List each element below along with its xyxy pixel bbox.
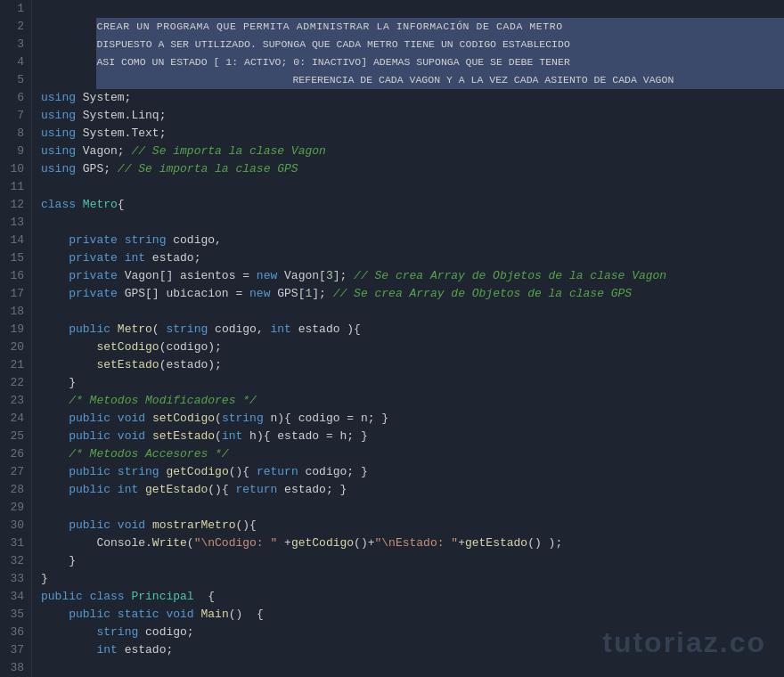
code-line-25: public void setEstado(int h){ estado = h… — [41, 428, 784, 445]
line-num-10: 10 — [7, 160, 24, 178]
line-num-33: 33 — [7, 570, 24, 588]
line-num-16: 16 — [7, 267, 24, 285]
code-line-29 — [41, 499, 784, 517]
line-num-25: 25 — [7, 428, 24, 445]
line-num-3: 3 — [7, 36, 24, 53]
line-num-19: 19 — [7, 321, 24, 338]
line-num-13: 13 — [7, 214, 24, 232]
code-line-9: using Vagon; // Se importa la clase Vago… — [41, 143, 784, 160]
code-line-7: using System.Linq; — [41, 107, 784, 125]
code-line-2: DISPUESTO A SER UTILIZADO. SUPONGA QUE C… — [41, 18, 784, 36]
code-line-1: CREAR UN PROGRAMA QUE PERMITA ADMINISTRA… — [41, 0, 784, 18]
line-num-8: 8 — [7, 125, 24, 143]
code-line-22: } — [41, 374, 784, 392]
code-line-5 — [41, 71, 784, 89]
line-num-36: 36 — [7, 624, 24, 641]
code-line-11 — [41, 178, 784, 196]
code-editor[interactable]: 1 2 3 4 5 6 7 8 9 10 11 12 13 14 15 16 1… — [0, 0, 784, 677]
code-line-26: /* Metodos Accesores */ — [41, 445, 784, 463]
code-line-35: public static void Main() { — [41, 606, 784, 624]
line-num-12: 12 — [7, 196, 24, 214]
line-num-34: 34 — [7, 588, 24, 606]
line-num-29: 29 — [7, 499, 24, 517]
code-line-14: private string codigo, — [41, 232, 784, 249]
code-line-36: string codigo; — [41, 624, 784, 641]
code-line-38 — [41, 659, 784, 677]
code-line-16: private Vagon[] asientos = new Vagon[3];… — [41, 267, 784, 285]
code-line-23: /* Metodos Modificadores */ — [41, 392, 784, 410]
code-line-21: setEstado(estado); — [41, 356, 784, 374]
line-num-15: 15 — [7, 249, 24, 267]
code-line-20: setCodigo(codigo); — [41, 338, 784, 356]
line-num-35: 35 — [7, 606, 24, 624]
line-num-18: 18 — [7, 303, 24, 321]
line-num-9: 9 — [7, 143, 24, 160]
line-num-21: 21 — [7, 356, 24, 374]
line-num-6: 6 — [7, 89, 24, 107]
line-num-7: 7 — [7, 107, 24, 125]
line-num-1: 1 — [7, 0, 24, 18]
line-num-14: 14 — [7, 232, 24, 249]
line-num-32: 32 — [7, 552, 24, 570]
code-line-13 — [41, 214, 784, 232]
line-num-27: 27 — [7, 463, 24, 481]
code-line-28: public int getEstado(){ return estado; } — [41, 481, 784, 499]
line-num-24: 24 — [7, 410, 24, 428]
code-line-37: int estado; — [41, 641, 784, 659]
line-num-38: 38 — [7, 659, 24, 677]
code-line-17: private GPS[] ubicacion = new GPS[1]; //… — [41, 285, 784, 303]
code-line-30: public void mostrarMetro(){ — [41, 517, 784, 534]
code-line-31: Console.Write("\nCodigo: " +getCodigo()+… — [41, 534, 784, 552]
line-num-4: 4 — [7, 53, 24, 71]
code-line-19: public Metro( string codigo, int estado … — [41, 321, 784, 338]
line-num-28: 28 — [7, 481, 24, 499]
line-num-22: 22 — [7, 374, 24, 392]
line-num-30: 30 — [7, 517, 24, 534]
code-line-18 — [41, 303, 784, 321]
code-line-8: using System.Text; — [41, 125, 784, 143]
code-line-6: using System; — [41, 89, 784, 107]
code-content[interactable]: CREAR UN PROGRAMA QUE PERMITA ADMINISTRA… — [32, 0, 784, 677]
code-line-32: } — [41, 552, 784, 570]
code-line-10: using GPS; // Se importa la clase GPS — [41, 160, 784, 178]
code-line-33: } — [41, 570, 784, 588]
line-num-26: 26 — [7, 445, 24, 463]
code-line-34: public class Principal { — [41, 588, 784, 606]
line-num-20: 20 — [7, 338, 24, 356]
code-line-24: public void setCodigo(string n){ codigo … — [41, 410, 784, 428]
line-num-17: 17 — [7, 285, 24, 303]
code-line-15: private int estado; — [41, 249, 784, 267]
line-numbers: 1 2 3 4 5 6 7 8 9 10 11 12 13 14 15 16 1… — [0, 0, 32, 677]
line-num-2: 2 — [7, 18, 24, 36]
code-line-27: public string getCodigo(){ return codigo… — [41, 463, 784, 481]
line-num-11: 11 — [7, 178, 24, 196]
line-num-37: 37 — [7, 641, 24, 659]
line-num-31: 31 — [7, 534, 24, 552]
code-line-3: ASI COMO UN ESTADO [ 1: ACTIVO; 0: INACT… — [41, 36, 784, 53]
line-num-23: 23 — [7, 392, 24, 410]
code-line-4: REFERENCIA DE CADA VAGON Y A LA VEZ CADA… — [41, 53, 784, 71]
code-line-12: class Metro{ — [41, 196, 784, 214]
line-num-5: 5 — [7, 71, 24, 89]
